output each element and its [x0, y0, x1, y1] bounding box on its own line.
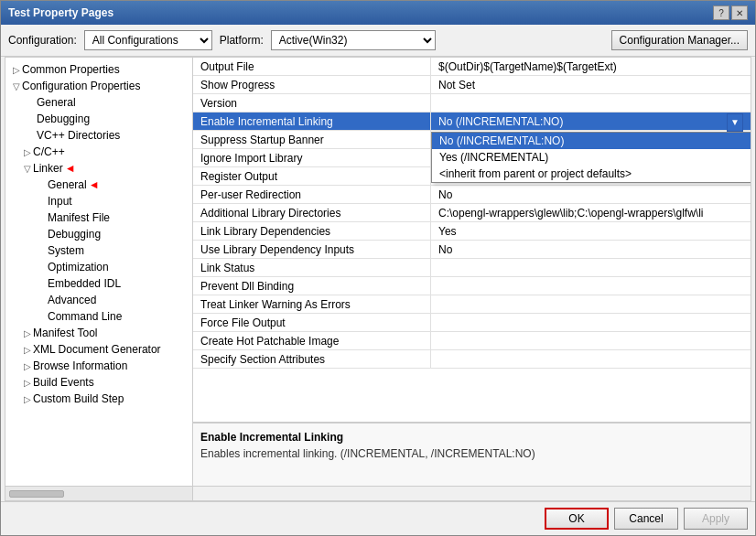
sidebar-item-linker-system[interactable]: System: [5, 242, 192, 259]
sidebar-item-label: Debugging: [37, 113, 90, 125]
dropdown-value-text: No (/INCREMENTAL:NO): [438, 115, 743, 128]
sidebar-item-vc-dirs[interactable]: VC++ Directories: [5, 127, 192, 144]
prop-name-6: Register Output: [193, 167, 431, 185]
bottom-bar: OK Cancel Apply: [1, 501, 755, 535]
dropdown-option-0[interactable]: No (/INCREMENTAL:NO): [432, 133, 751, 149]
prop-value-text-9: Yes: [438, 225, 743, 238]
sidebar-item-label: Advanced: [48, 294, 96, 306]
property-row-15[interactable]: Create Hot Patchable Image: [193, 332, 751, 350]
sidebar-item-common-props[interactable]: ▷Common Properties: [5, 61, 192, 78]
property-row-0[interactable]: Output File$(OutDir)$(TargetName)$(Targe…: [193, 58, 751, 76]
property-row-2[interactable]: Version: [193, 94, 751, 113]
prop-name-8: Additional Library Directories: [193, 204, 431, 221]
prop-name-7: Per-user Redirection: [193, 186, 431, 203]
prop-name-0: Output File: [193, 58, 431, 75]
property-row-14[interactable]: Force File Output: [193, 314, 751, 332]
prop-value-0: $(OutDir)$(TargetName)$(TargetExt): [431, 58, 751, 75]
sidebar-item-c-cpp[interactable]: ▷C/C++: [5, 144, 192, 160]
ok-button[interactable]: OK: [545, 508, 609, 530]
sidebar-item-config-props[interactable]: ▽Configuration Properties: [5, 78, 192, 94]
sidebar-item-linker-input[interactable]: Input: [5, 193, 192, 209]
sidebar-item-xml-doc[interactable]: ▷XML Document Generator: [5, 341, 192, 358]
sidebar-item-label: Command Line: [48, 310, 122, 323]
sidebar-item-linker-cmdline[interactable]: Command Line: [5, 308, 192, 325]
sidebar-item-label: Build Events: [33, 376, 94, 389]
prop-name-1: Show Progress: [193, 76, 431, 93]
configuration-select[interactable]: All Configurations: [84, 30, 212, 50]
expand-icon: ▷: [24, 345, 31, 355]
prop-name-11: Link Status: [193, 259, 431, 276]
property-row-13[interactable]: Treat Linker Warning As Errors: [193, 295, 751, 314]
prop-name-9: Link Library Dependencies: [193, 222, 431, 240]
sidebar-item-label: Optimization: [48, 261, 109, 273]
sidebar-item-label: System: [48, 244, 84, 257]
sidebar-item-manifest-tool[interactable]: ▷Manifest Tool: [5, 325, 192, 341]
sidebar-item-custom-build[interactable]: ▷Custom Build Step: [5, 391, 192, 407]
property-row-3[interactable]: Enable Incremental LinkingNo (/INCREMENT…: [193, 113, 751, 131]
help-button[interactable]: ?: [713, 5, 729, 20]
prop-value-1: Not Set: [431, 76, 751, 93]
platform-select[interactable]: Active(Win32): [271, 30, 436, 50]
prop-name-15: Create Hot Patchable Image: [193, 332, 431, 349]
property-row-16[interactable]: Specify Section Attributes: [193, 350, 751, 369]
sidebar-item-label: Embedded IDL: [48, 277, 121, 290]
prop-name-12: Prevent Dll Binding: [193, 277, 431, 295]
sidebar-item-general[interactable]: General: [5, 94, 192, 111]
sidebar-item-label: Configuration Properties: [22, 80, 140, 92]
property-row-8[interactable]: Additional Library DirectoriesC:\opengl-…: [193, 204, 751, 222]
dropdown-option-1[interactable]: Yes (/INCREMENTAL): [432, 149, 751, 166]
property-row-10[interactable]: Use Library Dependency InputsNo: [193, 241, 751, 259]
expand-icon: ▷: [24, 147, 31, 157]
prop-value-15: [431, 332, 751, 349]
apply-button[interactable]: Apply: [684, 508, 748, 530]
platform-label: Platform:: [220, 34, 264, 47]
prop-name-5: Ignore Import Library: [193, 149, 431, 166]
prop-value-text-10: No: [438, 243, 743, 256]
sidebar-item-build-events[interactable]: ▷Build Events: [5, 374, 192, 391]
expand-icon: ▷: [24, 328, 31, 338]
prop-value-13: [431, 295, 751, 313]
prop-value-2: [431, 94, 751, 112]
sidebar-item-linker-manifest[interactable]: Manifest File: [5, 209, 192, 226]
sidebar-item-label: Linker: [33, 162, 63, 175]
close-button[interactable]: ✕: [731, 5, 748, 20]
sidebar-item-linker-general[interactable]: General◄: [5, 177, 192, 193]
config-label: Configuration:: [8, 34, 77, 47]
expand-icon: ▽: [24, 164, 31, 174]
property-row-7[interactable]: Per-user RedirectionNo: [193, 186, 751, 204]
sidebar-item-debugging[interactable]: Debugging: [5, 111, 192, 127]
title-bar: Test Property Pages ? ✕: [1, 1, 755, 25]
sidebar-item-linker[interactable]: ▽Linker◄: [5, 160, 192, 177]
configuration-manager-button[interactable]: Configuration Manager...: [611, 30, 748, 50]
description-text: Enables incremental linking. (/INCREMENT…: [200, 447, 743, 460]
prop-value-3[interactable]: No (/INCREMENTAL:NO)▼No (/INCREMENTAL:NO…: [431, 113, 751, 130]
sidebar-item-linker-opt[interactable]: Optimization: [5, 259, 192, 275]
right-panel: Output File$(OutDir)$(TargetName)$(Targe…: [193, 58, 751, 486]
sidebar-scrollbar[interactable]: [5, 487, 193, 500]
property-row-11[interactable]: Link Status: [193, 259, 751, 277]
dropdown-arrow-button[interactable]: ▼: [727, 113, 743, 132]
cancel-button[interactable]: Cancel: [614, 508, 678, 530]
sidebar-item-label: Custom Build Step: [33, 392, 124, 405]
expand-icon: ▷: [13, 65, 20, 75]
sidebar-item-linker-eidl[interactable]: Embedded IDL: [5, 275, 192, 292]
dropdown-popup: No (/INCREMENTAL:NO)Yes (/INCREMENTAL)<i…: [431, 132, 751, 183]
sidebar-item-label: Common Properties: [22, 63, 120, 76]
prop-name-3: Enable Incremental Linking: [193, 113, 431, 130]
sidebar-item-browse-info[interactable]: ▷Browse Information: [5, 358, 192, 374]
right-scrollbar-spacer: [193, 487, 751, 500]
prop-value-text-0: $(OutDir)$(TargetName)$(TargetExt): [438, 60, 743, 73]
sidebar-item-linker-advanced[interactable]: Advanced: [5, 292, 192, 308]
property-row-9[interactable]: Link Library DependenciesYes: [193, 222, 751, 241]
property-row-1[interactable]: Show ProgressNot Set: [193, 76, 751, 94]
scrollbar-area: [5, 487, 751, 501]
title-bar-buttons: ? ✕: [713, 5, 748, 20]
dropdown-option-2[interactable]: <inherit from parent or project defaults…: [432, 166, 751, 182]
prop-value-16: [431, 350, 751, 368]
sidebar-item-label: C/C++: [33, 145, 65, 158]
property-row-12[interactable]: Prevent Dll Binding: [193, 277, 751, 295]
property-grid: Output File$(OutDir)$(TargetName)$(Targe…: [193, 58, 751, 422]
sidebar-item-label: Input: [48, 195, 72, 208]
sidebar-item-label: Debugging: [48, 228, 101, 241]
sidebar-item-linker-debug[interactable]: Debugging: [5, 226, 192, 242]
